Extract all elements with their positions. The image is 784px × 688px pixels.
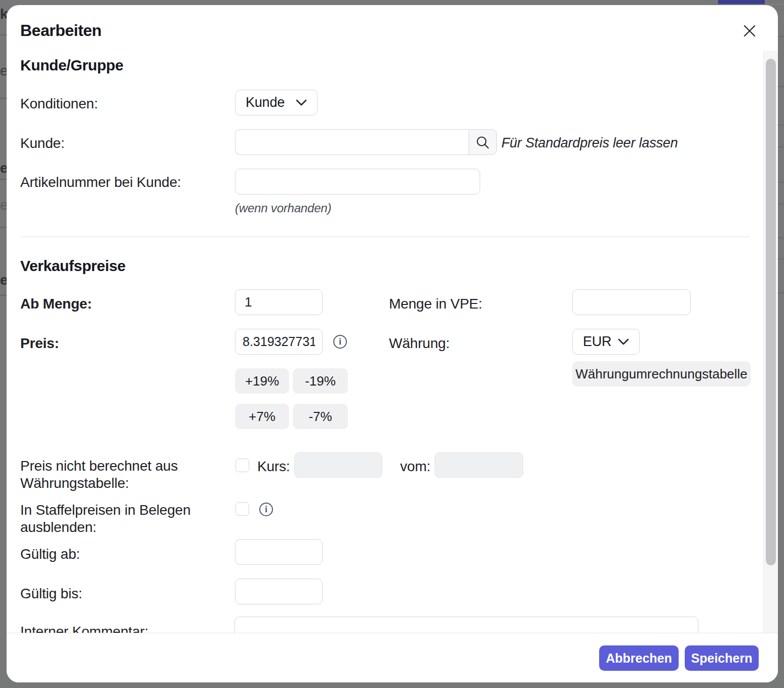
kurs-label: Kurs: <box>257 458 290 475</box>
gueltig-bis-input[interactable] <box>235 579 323 604</box>
kunde-input[interactable] <box>235 129 468 155</box>
kurs-checkbox[interactable] <box>236 458 249 472</box>
background-row-line <box>778 258 784 259</box>
menge-vpe-label: Menge in VPE: <box>389 295 482 313</box>
kunde-search-button[interactable] <box>468 129 497 155</box>
scrollbar-track[interactable] <box>763 51 778 633</box>
dialog-footer: Abbrechen Speichern <box>7 633 778 682</box>
background-row-line <box>778 36 784 37</box>
waehrung-label: Währung: <box>389 335 450 352</box>
chevron-down-icon <box>296 99 307 106</box>
menge-vpe-input[interactable] <box>572 289 691 315</box>
plus-19-percent-button[interactable]: +19% <box>235 368 289 394</box>
preis-info-icon[interactable]: i <box>333 335 347 349</box>
gueltig-ab-input[interactable] <box>235 539 323 565</box>
kurs-input[interactable] <box>294 452 382 478</box>
background-row-line <box>0 34 7 35</box>
artikelnummer-input[interactable] <box>235 169 480 195</box>
cancel-button[interactable]: Abbrechen <box>599 645 679 671</box>
waehrung-select[interactable]: EUR <box>572 329 640 355</box>
save-button[interactable]: Speichern <box>685 645 759 671</box>
search-icon <box>475 135 490 150</box>
kurs-row-label: Preis nicht berechnet aus Währungstabell… <box>20 457 178 492</box>
minus-19-percent-button[interactable]: -19% <box>293 368 348 394</box>
background-row-line <box>0 227 7 228</box>
background-row-line <box>778 146 784 147</box>
vom-input[interactable] <box>435 452 523 478</box>
section-heading-kunde-gruppe: Kunde/Gruppe <box>20 57 124 74</box>
background-row-line <box>0 179 7 180</box>
background-row-line <box>778 292 784 293</box>
section-heading-verkaufspreise: Verkaufspreise <box>20 257 126 275</box>
vom-label: vom: <box>400 458 430 475</box>
close-button[interactable] <box>740 21 759 41</box>
background-row-line <box>778 86 784 87</box>
waehrung-selected-value: EUR <box>583 334 611 350</box>
background-row-line <box>778 204 784 205</box>
staffel-info-icon[interactable]: i <box>259 503 273 516</box>
background-row-line <box>0 295 7 296</box>
ab-menge-input[interactable] <box>235 289 323 315</box>
plus-7-percent-button[interactable]: +7% <box>235 404 289 429</box>
background-row-line <box>778 182 784 183</box>
konditionen-selected-value: Kunde <box>246 95 285 110</box>
preis-label: Preis: <box>20 335 59 352</box>
kurs-row-label-line1: Preis nicht berechnet aus <box>20 458 178 474</box>
preis-input[interactable] <box>235 329 323 355</box>
scrollbar-thumb[interactable] <box>766 59 776 565</box>
background-row-line <box>778 237 784 238</box>
background-row-line <box>778 125 784 126</box>
staffel-row-label-line2: ausblenden: <box>20 519 96 535</box>
staffel-row-label: In Staffelpreisen in Belegen ausblenden: <box>20 502 190 536</box>
section-divider <box>20 237 750 237</box>
minus-7-percent-button[interactable]: -7% <box>293 404 348 429</box>
artikelnummer-label: Artikelnummer bei Kunde: <box>20 174 181 191</box>
konditionen-select[interactable]: Kunde <box>235 90 318 116</box>
gueltig-ab-label: Gültig ab: <box>20 546 80 563</box>
chevron-down-icon <box>618 338 629 345</box>
ab-menge-label: Ab Menge: <box>20 295 92 313</box>
waehrungsumrechnungstabelle-button[interactable]: Währungumrechnungstabelle <box>572 361 751 387</box>
konditionen-label: Konditionen: <box>20 95 98 112</box>
staffel-checkbox[interactable] <box>236 502 249 516</box>
background-divider <box>765 4 784 5</box>
kunde-search-group <box>235 129 497 155</box>
kunde-label: Kunde: <box>20 135 65 152</box>
background-row-line <box>0 98 7 99</box>
edit-dialog: Bearbeiten Kunde/Gruppe Konditionen: Kun… <box>7 5 778 682</box>
close-icon <box>742 23 757 39</box>
kunde-hint-text: Für Standardpreis leer lassen <box>501 135 678 151</box>
kurs-row-label-line2: Währungstabelle: <box>20 475 129 491</box>
dialog-title: Bearbeiten <box>20 21 101 40</box>
staffel-row-label-line1: In Staffelpreisen in Belegen <box>20 502 190 518</box>
gueltig-bis-label: Gültig bis: <box>20 585 82 602</box>
background-accent-bar <box>718 0 765 4</box>
artikelnummer-hint-text: (wenn vorhanden) <box>235 201 331 215</box>
